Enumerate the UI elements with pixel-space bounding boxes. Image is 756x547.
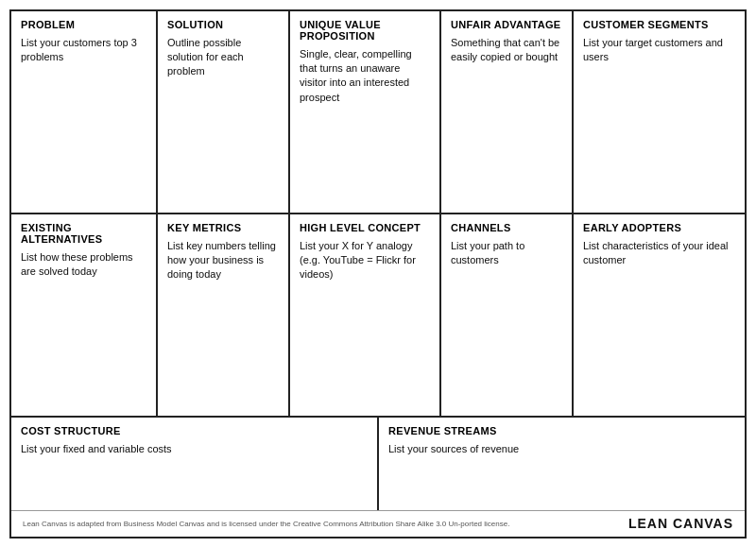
- problem-column: PROBLEM List your customers top 3 proble…: [11, 11, 158, 416]
- footer-note: Lean Canvas is adapted from Business Mod…: [23, 520, 509, 528]
- cost-structure-title: COST STRUCTURE: [21, 425, 368, 436]
- problem-title: PROBLEM: [21, 19, 146, 30]
- unfair-advantage-title: UNFAIR ADVANTAGE: [451, 19, 562, 30]
- solution-cell: SOLUTION Outline possible solution for e…: [158, 11, 288, 214]
- uvp-title: UNIQUE VALUE PROPOSITION: [300, 19, 430, 42]
- customer-segments-title: CUSTOMER SEGMENTS: [583, 19, 735, 30]
- early-adopters-title: EARLY ADOPTERS: [583, 222, 735, 233]
- existing-alternatives-body: List how these problems are solved today: [21, 250, 146, 280]
- lean-canvas: PROBLEM List your customers top 3 proble…: [9, 9, 747, 538]
- unfair-channels-column: UNFAIR ADVANTAGE Something that can't be…: [441, 11, 574, 416]
- key-metrics-body: List key numbers telling how your busine…: [167, 239, 279, 282]
- high-level-concept-cell: HIGH LEVEL CONCEPT List your X for Y ana…: [290, 214, 439, 416]
- key-metrics-title: KEY METRICS: [167, 222, 279, 233]
- cost-structure-body: List your fixed and variable costs: [21, 442, 368, 456]
- uvp-cell: UNIQUE VALUE PROPOSITION Single, clear, …: [290, 11, 439, 214]
- high-level-concept-body: List your X for Y analogy (e.g. YouTube …: [300, 239, 430, 282]
- channels-body: List your path to customers: [451, 239, 562, 268]
- problem-body: List your customers top 3 problems: [21, 36, 146, 65]
- revenue-streams-cell: REVENUE STREAMS List your sources of rev…: [379, 418, 745, 510]
- unfair-advantage-body: Something that can't be easily copied or…: [451, 36, 562, 65]
- revenue-streams-title: REVENUE STREAMS: [388, 425, 735, 436]
- solution-title: SOLUTION: [167, 19, 279, 30]
- key-metrics-cell: KEY METRICS List key numbers telling how…: [158, 214, 288, 416]
- canvas-brand-title: LEAN CANVAS: [628, 516, 733, 531]
- unfair-advantage-cell: UNFAIR ADVANTAGE Something that can't be…: [441, 11, 572, 214]
- problem-cell: PROBLEM List your customers top 3 proble…: [11, 11, 156, 214]
- customer-segments-body: List your target customers and users: [583, 36, 735, 65]
- cost-structure-cell: COST STRUCTURE List your fixed and varia…: [11, 418, 379, 510]
- solution-column: SOLUTION Outline possible solution for e…: [158, 11, 290, 416]
- existing-alternatives-title: EXISTING ALTERNATIVES: [21, 222, 146, 245]
- revenue-streams-body: List your sources of revenue: [388, 442, 735, 456]
- customer-early-column: CUSTOMER SEGMENTS List your target custo…: [574, 11, 745, 416]
- uvp-column: UNIQUE VALUE PROPOSITION Single, clear, …: [290, 11, 441, 416]
- high-level-concept-title: HIGH LEVEL CONCEPT: [300, 222, 430, 233]
- channels-cell: CHANNELS List your path to customers: [441, 214, 572, 416]
- early-adopters-body: List characteristics of your ideal custo…: [583, 239, 735, 268]
- channels-title: CHANNELS: [451, 222, 562, 233]
- solution-body: Outline possible solution for each probl…: [167, 36, 279, 79]
- customer-segments-cell: CUSTOMER SEGMENTS List your target custo…: [574, 11, 745, 214]
- uvp-body: Single, clear, compelling that turns an …: [300, 47, 430, 106]
- existing-alternatives-cell: EXISTING ALTERNATIVES List how these pro…: [11, 214, 156, 416]
- bottom-row: COST STRUCTURE List your fixed and varia…: [11, 416, 745, 510]
- canvas-footer: Lean Canvas is adapted from Business Mod…: [11, 510, 745, 537]
- early-adopters-cell: EARLY ADOPTERS List characteristics of y…: [574, 214, 745, 416]
